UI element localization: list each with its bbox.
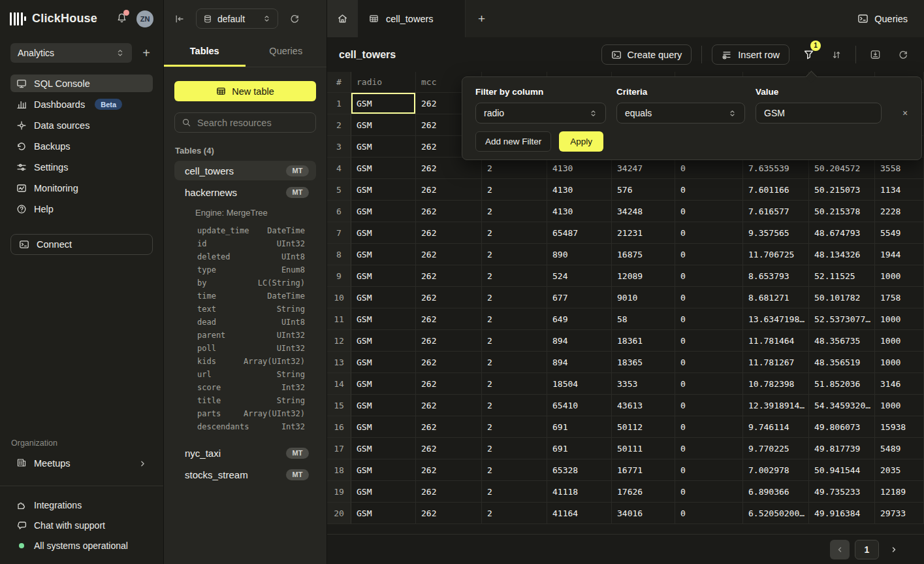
close-filter-icon[interactable]: × (902, 103, 908, 124)
cell-radio[interactable]: GSM (351, 244, 416, 265)
cell-mcc[interactable]: 262 (416, 503, 482, 524)
cell-radio[interactable]: GSM (351, 352, 416, 373)
cell-mcc[interactable]: 262 (416, 222, 482, 244)
cell-unit[interactable]: 0 (675, 459, 743, 481)
cell-net[interactable]: 2 (482, 265, 547, 287)
cell-net[interactable]: 2 (482, 481, 547, 503)
sort-button[interactable] (827, 46, 846, 64)
cell-area[interactable]: 691 (547, 416, 612, 438)
cell-lat[interactable]: 48.674793 (809, 222, 875, 244)
cell-lat[interactable]: 50.215378 (809, 201, 875, 222)
cell-net[interactable]: 2 (482, 395, 547, 416)
cell-cell[interactable]: 50112 (612, 416, 675, 438)
cell-area[interactable]: 691 (547, 438, 612, 459)
cell-radio[interactable]: GSM (351, 416, 416, 438)
cell-lat[interactable]: 48.356519 (809, 352, 875, 373)
cell-lat[interactable]: 52.5373077… (809, 308, 875, 330)
cell-mcc[interactable]: 262 (416, 308, 482, 330)
cell-unit[interactable]: 0 (675, 503, 743, 524)
cell-radio[interactable]: GSM (351, 179, 416, 201)
cell-radio[interactable]: GSM (351, 287, 416, 308)
cell-net[interactable]: 2 (482, 438, 547, 459)
cell-lon[interactable]: 9.357565 (743, 222, 809, 244)
sidebar-item-monitoring[interactable]: Monitoring (10, 179, 153, 197)
filter-value-input[interactable]: GSM (756, 103, 882, 124)
cell-unit[interactable]: 0 (675, 416, 743, 438)
cell-unit[interactable]: 0 (675, 373, 743, 395)
cell-radio[interactable]: GSM (351, 373, 416, 395)
download-button[interactable] (866, 46, 884, 64)
add-workspace-button[interactable]: + (140, 46, 153, 59)
cell-unit[interactable]: 0 (675, 287, 743, 308)
cell-net[interactable]: 2 (482, 330, 547, 352)
cell-mcc[interactable]: 262 (416, 459, 482, 481)
cell-cell[interactable]: 58 (612, 308, 675, 330)
cell-unit[interactable]: 0 (675, 201, 743, 222)
sidebar-item-sql-console[interactable]: SQL Console (10, 75, 153, 92)
cell-range[interactable]: 5549 (875, 222, 924, 244)
cell-lat[interactable]: 48.356735 (809, 330, 875, 352)
cell-lon[interactable]: 10.782398 (743, 373, 809, 395)
home-button[interactable] (327, 0, 358, 37)
cell-range[interactable]: 2035 (875, 459, 924, 481)
column-header-rownum[interactable]: # (327, 72, 351, 93)
cell-net[interactable]: 2 (482, 201, 547, 222)
cell-lat[interactable]: 50.941544 (809, 459, 875, 481)
cell-mcc[interactable]: 262 (416, 158, 482, 179)
cell-net[interactable]: 2 (482, 503, 547, 524)
cell-mcc[interactable]: 262 (416, 287, 482, 308)
footer-item-integrations[interactable]: Integrations (16, 500, 147, 510)
cell-cell[interactable]: 34016 (612, 503, 675, 524)
cell-net[interactable]: 2 (482, 373, 547, 395)
search-input[interactable]: Search resources (174, 112, 316, 133)
cell-mcc[interactable]: 262 (416, 416, 482, 438)
cell-range[interactable]: 29733 (875, 503, 924, 524)
cell-unit[interactable]: 0 (675, 352, 743, 373)
create-query-button[interactable]: Create query (601, 44, 692, 65)
table-item-stocks-stream[interactable]: stocks_streamMT (174, 465, 316, 484)
column-header-radio[interactable]: radio (351, 72, 416, 93)
cell-cell[interactable]: 50111 (612, 438, 675, 459)
queries-button[interactable]: Queries (857, 0, 924, 37)
cell-range[interactable]: 1758 (875, 287, 924, 308)
cell-range[interactable]: 1000 (875, 308, 924, 330)
cell-mcc[interactable]: 262 (416, 395, 482, 416)
cell-range[interactable]: 1944 (875, 244, 924, 265)
cell-unit[interactable]: 0 (675, 265, 743, 287)
cell-unit[interactable]: 0 (675, 330, 743, 352)
cell-range[interactable]: 15938 (875, 416, 924, 438)
cell-mcc[interactable]: 262 (416, 179, 482, 201)
cell-mcc[interactable]: 262 (416, 438, 482, 459)
sidebar-item-dashboards[interactable]: DashboardsBeta (10, 95, 153, 113)
cell-radio[interactable]: GSM (351, 201, 416, 222)
cell-unit[interactable]: 0 (675, 395, 743, 416)
cell-radio[interactable]: GSM (351, 158, 416, 179)
cell-mcc[interactable]: 262 (416, 373, 482, 395)
cell-area[interactable]: 890 (547, 244, 612, 265)
sidebar-item-meetups[interactable]: Meetups (10, 454, 153, 473)
cell-cell[interactable]: 34247 (612, 158, 675, 179)
cell-net[interactable]: 2 (482, 416, 547, 438)
cell-radio[interactable]: GSM (351, 265, 416, 287)
cell-cell[interactable]: 12089 (612, 265, 675, 287)
cell-range[interactable]: 3558 (875, 158, 924, 179)
connect-button[interactable]: Connect (10, 234, 153, 255)
sidebar-item-data-sources[interactable]: Data sources (10, 116, 153, 134)
notifications-button[interactable] (116, 12, 127, 25)
avatar[interactable]: ZN (136, 10, 153, 27)
cell-area[interactable]: 65410 (547, 395, 612, 416)
cell-lon[interactable]: 6.52050200… (743, 503, 809, 524)
apply-filter-button[interactable]: Apply (559, 131, 603, 152)
cell-area[interactable]: 4130 (547, 201, 612, 222)
cell-lon[interactable]: 12.3918914… (743, 395, 809, 416)
filter-column-select[interactable]: radio (475, 103, 606, 124)
cell-mcc[interactable]: 262 (416, 481, 482, 503)
cell-area[interactable]: 41164 (547, 503, 612, 524)
cell-area[interactable]: 18504 (547, 373, 612, 395)
cell-lon[interactable]: 7.616577 (743, 201, 809, 222)
cell-cell[interactable]: 16771 (612, 459, 675, 481)
cell-lat[interactable]: 54.3459320… (809, 395, 875, 416)
cell-area[interactable]: 649 (547, 308, 612, 330)
sidebar-item-help[interactable]: Help (10, 200, 153, 218)
cell-net[interactable]: 2 (482, 308, 547, 330)
